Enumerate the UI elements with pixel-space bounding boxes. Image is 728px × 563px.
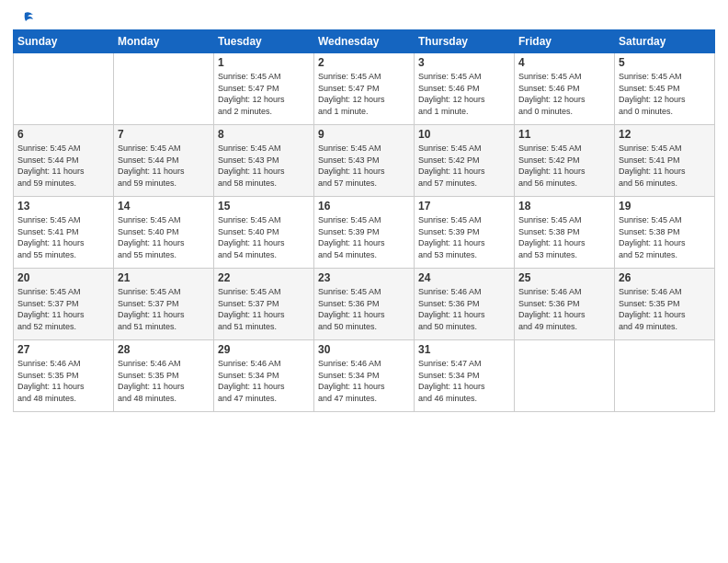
- calendar-header-row: SundayMondayTuesdayWednesdayThursdayFrid…: [14, 30, 715, 53]
- calendar-cell: 3Sunrise: 5:45 AM Sunset: 5:46 PM Daylig…: [415, 53, 515, 125]
- day-info: Sunrise: 5:45 AM Sunset: 5:42 PM Dayligh…: [518, 143, 610, 189]
- day-number: 14: [118, 200, 210, 213]
- calendar-cell: 16Sunrise: 5:45 AM Sunset: 5:39 PM Dayli…: [314, 197, 415, 269]
- calendar-cell: 30Sunrise: 5:46 AM Sunset: 5:34 PM Dayli…: [314, 340, 415, 412]
- day-info: Sunrise: 5:45 AM Sunset: 5:46 PM Dayligh…: [418, 71, 510, 117]
- day-number: 26: [619, 271, 711, 284]
- day-number: 12: [619, 128, 711, 141]
- day-info: Sunrise: 5:46 AM Sunset: 5:35 PM Dayligh…: [17, 358, 109, 404]
- day-number: 30: [318, 343, 410, 356]
- day-number: 7: [118, 128, 210, 141]
- day-number: 19: [619, 200, 711, 213]
- day-number: 2: [318, 56, 410, 69]
- day-number: 8: [218, 128, 310, 141]
- calendar-cell: 11Sunrise: 5:45 AM Sunset: 5:42 PM Dayli…: [515, 125, 615, 197]
- calendar-cell: 25Sunrise: 5:46 AM Sunset: 5:36 PM Dayli…: [515, 269, 615, 340]
- day-number: 4: [518, 56, 610, 69]
- calendar-cell: 8Sunrise: 5:45 AM Sunset: 5:43 PM Daylig…: [214, 125, 314, 197]
- day-number: 1: [218, 56, 310, 69]
- day-info: Sunrise: 5:47 AM Sunset: 5:34 PM Dayligh…: [418, 358, 510, 404]
- day-info: Sunrise: 5:46 AM Sunset: 5:36 PM Dayligh…: [418, 286, 510, 332]
- calendar-cell: 1Sunrise: 5:45 AM Sunset: 5:47 PM Daylig…: [214, 53, 314, 125]
- day-info: Sunrise: 5:45 AM Sunset: 5:39 PM Dayligh…: [418, 214, 510, 260]
- day-info: Sunrise: 5:45 AM Sunset: 5:37 PM Dayligh…: [118, 286, 210, 332]
- day-number: 10: [418, 128, 510, 141]
- day-number: 28: [118, 343, 210, 356]
- day-info: Sunrise: 5:45 AM Sunset: 5:40 PM Dayligh…: [218, 214, 310, 260]
- calendar-cell: 5Sunrise: 5:45 AM Sunset: 5:45 PM Daylig…: [615, 53, 715, 125]
- calendar-cell: [515, 340, 615, 412]
- day-info: Sunrise: 5:46 AM Sunset: 5:34 PM Dayligh…: [318, 358, 410, 404]
- day-info: Sunrise: 5:45 AM Sunset: 5:47 PM Dayligh…: [218, 71, 310, 117]
- logo-bird-icon: [15, 9, 35, 29]
- header-day-monday: Monday: [114, 30, 214, 53]
- day-info: Sunrise: 5:46 AM Sunset: 5:35 PM Dayligh…: [118, 358, 210, 404]
- day-info: Sunrise: 5:46 AM Sunset: 5:35 PM Dayligh…: [619, 286, 711, 332]
- calendar-cell: 28Sunrise: 5:46 AM Sunset: 5:35 PM Dayli…: [114, 340, 214, 412]
- day-info: Sunrise: 5:46 AM Sunset: 5:36 PM Dayligh…: [518, 286, 610, 332]
- day-info: Sunrise: 5:46 AM Sunset: 5:34 PM Dayligh…: [218, 358, 310, 404]
- calendar-cell: 22Sunrise: 5:45 AM Sunset: 5:37 PM Dayli…: [214, 269, 314, 340]
- day-number: 27: [17, 343, 109, 356]
- calendar-cell: 31Sunrise: 5:47 AM Sunset: 5:34 PM Dayli…: [415, 340, 515, 412]
- week-row-2: 6Sunrise: 5:45 AM Sunset: 5:44 PM Daylig…: [14, 125, 715, 197]
- calendar-cell: 6Sunrise: 5:45 AM Sunset: 5:44 PM Daylig…: [14, 125, 114, 197]
- week-row-4: 20Sunrise: 5:45 AM Sunset: 5:37 PM Dayli…: [14, 269, 715, 340]
- day-info: Sunrise: 5:45 AM Sunset: 5:45 PM Dayligh…: [619, 71, 711, 117]
- day-number: 23: [318, 271, 410, 284]
- calendar-table: SundayMondayTuesdayWednesdayThursdayFrid…: [13, 29, 715, 412]
- week-row-1: 1Sunrise: 5:45 AM Sunset: 5:47 PM Daylig…: [14, 53, 715, 125]
- day-number: 29: [218, 343, 310, 356]
- calendar-cell: 9Sunrise: 5:45 AM Sunset: 5:43 PM Daylig…: [314, 125, 415, 197]
- day-number: 21: [118, 271, 210, 284]
- day-number: 15: [218, 200, 310, 213]
- calendar-cell: [114, 53, 214, 125]
- day-number: 22: [218, 271, 310, 284]
- calendar-cell: 10Sunrise: 5:45 AM Sunset: 5:42 PM Dayli…: [415, 125, 515, 197]
- header-day-saturday: Saturday: [615, 30, 715, 53]
- day-number: 18: [518, 200, 610, 213]
- day-info: Sunrise: 5:45 AM Sunset: 5:40 PM Dayligh…: [118, 214, 210, 260]
- day-number: 24: [418, 271, 510, 284]
- day-number: 6: [17, 128, 109, 141]
- day-info: Sunrise: 5:45 AM Sunset: 5:41 PM Dayligh…: [619, 143, 711, 189]
- day-number: 25: [518, 271, 610, 284]
- logo: [13, 9, 35, 26]
- day-info: Sunrise: 5:45 AM Sunset: 5:36 PM Dayligh…: [318, 286, 410, 332]
- calendar-cell: 24Sunrise: 5:46 AM Sunset: 5:36 PM Dayli…: [415, 269, 515, 340]
- calendar-cell: [14, 53, 114, 125]
- calendar-cell: 26Sunrise: 5:46 AM Sunset: 5:35 PM Dayli…: [615, 269, 715, 340]
- calendar-cell: [615, 340, 715, 412]
- day-info: Sunrise: 5:45 AM Sunset: 5:38 PM Dayligh…: [619, 214, 711, 260]
- header: [13, 9, 715, 26]
- day-number: 9: [318, 128, 410, 141]
- calendar-cell: 4Sunrise: 5:45 AM Sunset: 5:46 PM Daylig…: [515, 53, 615, 125]
- calendar-cell: 19Sunrise: 5:45 AM Sunset: 5:38 PM Dayli…: [615, 197, 715, 269]
- day-info: Sunrise: 5:45 AM Sunset: 5:39 PM Dayligh…: [318, 214, 410, 260]
- header-day-friday: Friday: [515, 30, 615, 53]
- calendar-cell: 14Sunrise: 5:45 AM Sunset: 5:40 PM Dayli…: [114, 197, 214, 269]
- day-info: Sunrise: 5:45 AM Sunset: 5:37 PM Dayligh…: [17, 286, 109, 332]
- day-info: Sunrise: 5:45 AM Sunset: 5:42 PM Dayligh…: [418, 143, 510, 189]
- day-number: 31: [418, 343, 510, 356]
- day-info: Sunrise: 5:45 AM Sunset: 5:38 PM Dayligh…: [518, 214, 610, 260]
- calendar-cell: 12Sunrise: 5:45 AM Sunset: 5:41 PM Dayli…: [615, 125, 715, 197]
- calendar-cell: 29Sunrise: 5:46 AM Sunset: 5:34 PM Dayli…: [214, 340, 314, 412]
- header-day-thursday: Thursday: [415, 30, 515, 53]
- day-info: Sunrise: 5:45 AM Sunset: 5:43 PM Dayligh…: [218, 143, 310, 189]
- calendar-cell: 18Sunrise: 5:45 AM Sunset: 5:38 PM Dayli…: [515, 197, 615, 269]
- day-number: 17: [418, 200, 510, 213]
- day-info: Sunrise: 5:45 AM Sunset: 5:44 PM Dayligh…: [118, 143, 210, 189]
- day-number: 5: [619, 56, 711, 69]
- calendar-cell: 7Sunrise: 5:45 AM Sunset: 5:44 PM Daylig…: [114, 125, 214, 197]
- day-info: Sunrise: 5:45 AM Sunset: 5:47 PM Dayligh…: [318, 71, 410, 117]
- week-row-3: 13Sunrise: 5:45 AM Sunset: 5:41 PM Dayli…: [14, 197, 715, 269]
- calendar-cell: 17Sunrise: 5:45 AM Sunset: 5:39 PM Dayli…: [415, 197, 515, 269]
- day-info: Sunrise: 5:45 AM Sunset: 5:41 PM Dayligh…: [17, 214, 109, 260]
- header-day-sunday: Sunday: [14, 30, 114, 53]
- day-number: 3: [418, 56, 510, 69]
- day-number: 20: [17, 271, 109, 284]
- calendar-cell: 21Sunrise: 5:45 AM Sunset: 5:37 PM Dayli…: [114, 269, 214, 340]
- calendar-cell: 20Sunrise: 5:45 AM Sunset: 5:37 PM Dayli…: [14, 269, 114, 340]
- day-info: Sunrise: 5:45 AM Sunset: 5:44 PM Dayligh…: [17, 143, 109, 189]
